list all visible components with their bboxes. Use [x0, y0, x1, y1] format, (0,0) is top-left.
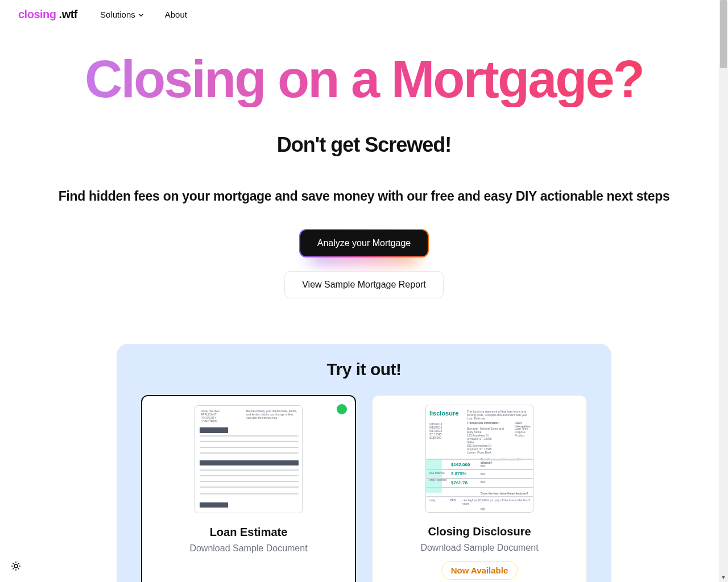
svg-line-3 [13, 563, 14, 564]
hero: Closing on a Mortgage? Don't get Screwed… [0, 29, 728, 298]
closing-disclosure-preview-icon: lisclosure This form is a statement of f… [425, 405, 533, 513]
card-closing-disclosure[interactable]: lisclosure This form is a statement of f… [372, 395, 587, 582]
view-sample-button[interactable]: View Sample Mortgage Report [284, 271, 444, 298]
card-sub: Download Sample Document [384, 543, 575, 553]
nav-label-solutions: Solutions [100, 10, 135, 19]
theme-toggle-button[interactable] [8, 558, 24, 574]
try-it-title: Try it out! [139, 360, 589, 379]
hero-title: Closing on a Mortgage? [23, 52, 705, 107]
svg-line-8 [18, 563, 19, 564]
try-it-panel: Try it out! DATE ISSUEDAPPLICANTPROPERTY… [117, 344, 611, 582]
scrollbar[interactable]: ▼ [719, 0, 728, 582]
analyze-button[interactable]: Analyze your Mortgage [300, 230, 428, 256]
logo-text-pink: closing [18, 8, 56, 20]
card-title: Closing Disclosure [384, 525, 575, 538]
hero-subtitle-1: Don't get Screwed! [23, 133, 705, 157]
card-sub: Download Sample Document [154, 543, 344, 554]
loan-estimate-preview-icon: DATE ISSUEDAPPLICANTPROPERTYLOAN TERM Be… [195, 405, 303, 513]
navbar: closing .wtf Solutions About [0, 0, 728, 29]
logo-text-wtf: .wtf [56, 8, 78, 20]
svg-line-4 [18, 568, 19, 569]
cta-group: Analyze your Mortgage View Sample Mortga… [23, 229, 705, 298]
logo[interactable]: closing .wtf [18, 8, 77, 21]
chevron-down-icon [138, 11, 144, 18]
card-loan-estimate[interactable]: DATE ISSUEDAPPLICANTPROPERTYLOAN TERM Be… [141, 395, 356, 582]
card-row: DATE ISSUEDAPPLICANTPROPERTYLOAN TERM Be… [139, 395, 589, 582]
scrollbar-thumb[interactable] [720, 0, 727, 68]
scroll-down-arrow-icon[interactable]: ▼ [719, 573, 728, 582]
sun-icon [11, 561, 21, 571]
nav-links: Solutions About [100, 10, 187, 19]
selected-indicator-icon [337, 404, 347, 414]
nav-item-about[interactable]: About [165, 10, 187, 19]
svg-point-0 [14, 564, 18, 568]
svg-line-7 [13, 568, 14, 569]
analyze-button-wrap: Analyze your Mortgage [299, 229, 429, 257]
now-available-badge: Now Available [441, 561, 518, 580]
card-title: Loan Estimate [154, 526, 344, 539]
nav-label-about: About [165, 10, 187, 19]
hero-subtitle-2: Find hidden fees on your mortgage and sa… [23, 189, 705, 204]
nav-item-solutions[interactable]: Solutions [100, 10, 144, 19]
